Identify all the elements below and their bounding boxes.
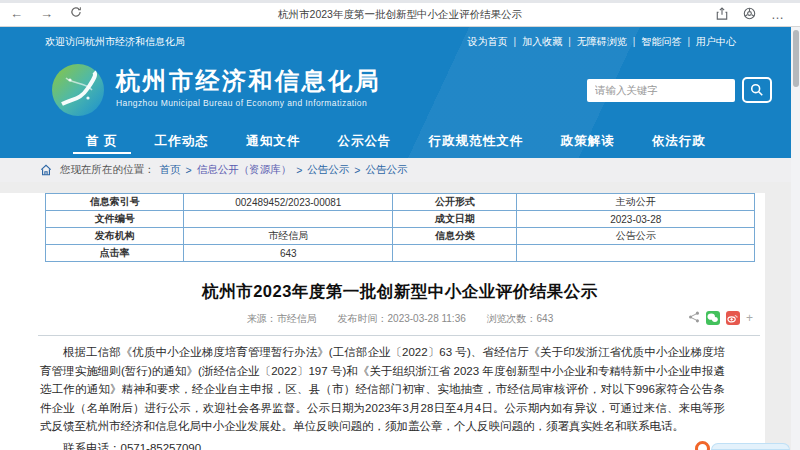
click-rate-label: 点击率 — [46, 245, 184, 262]
breadcrumb-separator: > — [186, 164, 192, 176]
link-smart-qa[interactable]: 智能问答 — [641, 35, 681, 49]
link-separator: | — [687, 36, 690, 47]
assistant-robot-icon[interactable] — [695, 441, 710, 450]
date-written-value: 2023-03-28 — [517, 211, 755, 228]
welcome-bar: 欢迎访问杭州市经济和信息化局 设为首页 | 加入收藏 | 无障碍浏览 | 智能问… — [0, 27, 792, 56]
weibo-share-icon[interactable] — [726, 311, 740, 325]
breadcrumb-separator: > — [354, 164, 360, 176]
breadcrumb-prefix: 您现在所在的位置： — [60, 163, 155, 177]
breadcrumb-current[interactable]: 公告公示 — [365, 163, 407, 177]
article-content: 信息索引号 002489452/2023-00081 公开形式 主动公开 文件编… — [0, 193, 765, 450]
document-info-table: 信息索引号 002489452/2023-00081 公开形式 主动公开 文件编… — [45, 193, 755, 262]
search-button[interactable] — [742, 77, 772, 103]
table-row: 发布机构 市经信局 信息分类 公告公示 — [46, 228, 755, 245]
link-add-favorite[interactable]: 加入收藏 — [522, 35, 562, 49]
browser-menu-icon[interactable]: … — [771, 6, 784, 24]
publisher-value: 市经信局 — [184, 228, 393, 245]
article-view-count: 浏览次数：643 — [487, 313, 554, 324]
site-name-english: Hangzhou Municipal Bureau of Economy and… — [116, 98, 381, 108]
table-row: 文件编号 成文日期 2023-03-28 — [46, 211, 755, 228]
breadcrumb-home[interactable]: 首页 — [160, 163, 181, 177]
link-separator: | — [514, 36, 517, 47]
utility-links: 设为首页 | 加入收藏 | 无障碍浏览 | 智能问答 | 用户中心 — [468, 35, 736, 49]
article-source: 来源：市经信局 — [247, 313, 317, 324]
share-more-button[interactable]: + — [746, 312, 753, 324]
browser-share-icon[interactable] — [716, 6, 728, 24]
share-bar: + — [688, 311, 753, 325]
scrollbar-track[interactable] — [791, 27, 800, 450]
table-row: 信息索引号 002489452/2023-00081 公开形式 主动公开 — [46, 194, 755, 211]
link-user-center[interactable]: 用户中心 — [696, 35, 736, 49]
site-banner: 杭州市经济和信息化局 Hangzhou Municipal Bureau of … — [0, 56, 792, 125]
browser-toolbar: ← → 杭州市2023年度第一批创新型中小企业评价结果公示 … — [0, 0, 800, 27]
article-meta: 来源：市经信局 发布时间：2023-03-28 11:36 浏览次数：643 — [45, 312, 755, 326]
site-name: 杭州市经济和信息化局 — [116, 67, 381, 95]
share-nodes-icon[interactable] — [688, 311, 700, 325]
browser-extension-icon[interactable] — [743, 6, 756, 24]
page-title: 杭州市2023年度第一批创新型中小企业评价结果公示 — [45, 281, 755, 303]
announcement-paragraph: 根据工信部《优质中小企业梯度培育管理暂行办法》(工信部企业〔2022〕63 号)… — [40, 343, 725, 436]
breadcrumb-info-disclosure[interactable]: 信息公开（资源库） — [197, 163, 292, 177]
empty-label — [393, 245, 517, 262]
open-form-label: 公开形式 — [393, 194, 517, 211]
publisher-label: 发布机构 — [46, 228, 184, 245]
category-label: 信息分类 — [393, 228, 517, 245]
browser-tab-title: 杭州市2023年度第一批创新型中小企业评价结果公示 — [0, 8, 800, 22]
info-index-label: 信息索引号 — [46, 194, 184, 211]
nav-policy-interpretation[interactable]: 政策解读 — [561, 125, 615, 158]
breadcrumb-announcements[interactable]: 公告公示 — [307, 163, 349, 177]
page-root: ← → 杭州市2023年度第一批创新型中小企业评价结果公示 … — [0, 0, 800, 450]
main-navigation: 首 页 工作动态 通知文件 公示公告 行政规范性文件 政策解读 依法行政 — [0, 125, 792, 158]
home-icon — [40, 164, 52, 176]
info-index-value: 002489452/2023-00081 — [184, 194, 393, 211]
link-separator: | — [568, 36, 571, 47]
article-body: 根据工信部《优质中小企业梯度培育管理暂行办法》(工信部企业〔2022〕63 号)… — [0, 336, 765, 450]
link-separator: | — [633, 36, 636, 47]
search-icon — [750, 83, 764, 97]
open-form-value: 主动公开 — [517, 194, 755, 211]
assistant-widget[interactable] — [711, 443, 790, 450]
nav-law-administration[interactable]: 依法行政 — [652, 125, 706, 158]
empty-value — [517, 245, 755, 262]
click-rate-value: 643 — [184, 245, 393, 262]
welcome-text: 欢迎访问杭州市经济和信息化局 — [45, 35, 185, 49]
nav-regulatory-files[interactable]: 行政规范性文件 — [429, 125, 524, 158]
scrollbar-thumb[interactable] — [793, 30, 799, 87]
site-search — [587, 77, 772, 103]
date-written-label: 成文日期 — [393, 211, 517, 228]
nav-notice-files[interactable]: 通知文件 — [246, 125, 300, 158]
wechat-share-icon[interactable] — [706, 311, 720, 325]
nav-work-news[interactable]: 工作动态 — [155, 125, 209, 158]
file-number-value — [184, 211, 393, 228]
breadcrumb-separator: > — [296, 164, 302, 176]
link-set-homepage[interactable]: 设为首页 — [468, 35, 508, 49]
breadcrumb: 您现在所在的位置： 首页 > 信息公开（资源库） > 公告公示 > 公告公示 — [0, 158, 792, 182]
link-accessibility[interactable]: 无障碍浏览 — [577, 35, 627, 49]
article-publish-time: 发布时间：2023-03-28 11:36 — [338, 313, 466, 324]
category-value: 公告公示 — [517, 228, 755, 245]
table-row: 点击率 643 — [46, 245, 755, 262]
site-header: 欢迎访问杭州市经济和信息化局 设为首页 | 加入收藏 | 无障碍浏览 | 智能问… — [0, 27, 792, 158]
nav-home[interactable]: 首 页 — [86, 125, 117, 158]
bureau-logo-icon — [52, 64, 104, 116]
file-number-label: 文件编号 — [46, 211, 184, 228]
contact-phone: 联系电话：0571-85257090 — [40, 438, 725, 450]
search-input[interactable] — [587, 79, 735, 102]
nav-announcements[interactable]: 公示公告 — [337, 125, 391, 158]
